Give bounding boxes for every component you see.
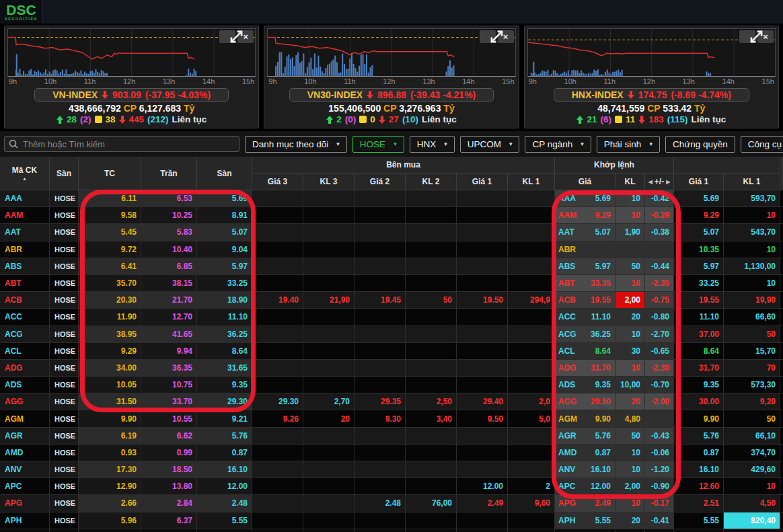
- floor-price-cell[interactable]: 36.25: [197, 326, 252, 343]
- ticker-cell[interactable]: ACC: [0, 309, 50, 326]
- col-header-gia3[interactable]: Giá 3: [252, 174, 303, 190]
- buy-price3-cell[interactable]: [252, 224, 303, 241]
- ref-price-cell[interactable]: 10.05: [79, 377, 141, 393]
- sell-vol1-cell[interactable]: 10: [724, 207, 780, 224]
- buy-vol3-cell[interactable]: [303, 224, 355, 241]
- buy-price1-cell[interactable]: [457, 207, 508, 224]
- match-change-cell[interactable]: -1.20: [645, 461, 674, 478]
- match-change-cell[interactable]: -2.00: [645, 393, 674, 410]
- exchange-cell[interactable]: HOSE: [50, 224, 79, 241]
- match-price-cell[interactable]: AAA5.69: [555, 190, 616, 207]
- buy-vol2-cell[interactable]: [406, 258, 457, 275]
- sell-price1-cell[interactable]: 37.00: [674, 326, 724, 343]
- ref-price-cell[interactable]: 6.11: [79, 190, 141, 207]
- sell-price1-cell[interactable]: 9.29: [674, 207, 724, 224]
- match-vol-cell[interactable]: 10: [616, 275, 645, 292]
- floor-price-cell[interactable]: 2.48: [197, 495, 252, 512]
- sell-vol1-cell[interactable]: 1,130,00: [724, 258, 780, 275]
- buy-vol3-cell[interactable]: [303, 478, 355, 495]
- sell-price1-cell[interactable]: 16.10: [674, 461, 724, 478]
- match-price-cell[interactable]: ABT33.35: [555, 275, 616, 292]
- ticker-cell[interactable]: AAM: [0, 207, 50, 224]
- buy-vol2-cell[interactable]: 50: [406, 292, 457, 309]
- floor-price-cell[interactable]: 5.55: [197, 512, 252, 529]
- match-price-cell[interactable]: APG2.49: [555, 495, 616, 512]
- buy-price1-cell[interactable]: [457, 445, 508, 461]
- buy-vol1-cell[interactable]: [508, 258, 555, 275]
- exchange-cell[interactable]: HOSE: [50, 241, 79, 258]
- buy-vol2-cell[interactable]: 76,00: [406, 495, 457, 512]
- buy-vol1-cell[interactable]: [508, 224, 555, 241]
- exchange-cell[interactable]: HOSE: [50, 343, 79, 360]
- match-vol-cell[interactable]: 10,00: [616, 377, 645, 393]
- ticker-cell[interactable]: AAA: [0, 190, 50, 207]
- buy-price3-cell[interactable]: [252, 512, 303, 529]
- ticker-cell[interactable]: ADS: [0, 377, 50, 393]
- match-change-cell[interactable]: -0.44: [645, 258, 674, 275]
- buy-price1-cell[interactable]: [457, 461, 508, 478]
- buy-vol2-cell[interactable]: [406, 445, 457, 461]
- sell-vol1-cell[interactable]: 374,70: [724, 445, 780, 461]
- buy-vol3-cell[interactable]: 21,90: [303, 292, 355, 309]
- buy-price3-cell[interactable]: [252, 207, 303, 224]
- col-header-change[interactable]: ◀ +/- ▶: [645, 174, 674, 190]
- sell-vol1-cell[interactable]: 593,70: [724, 190, 780, 207]
- sell-price1-cell[interactable]: 12.60: [674, 478, 724, 495]
- col-header-tc[interactable]: TC: [79, 157, 141, 190]
- filter-button-phai-sinh[interactable]: Phái sinh▾: [597, 136, 660, 153]
- col-header-kl1-buy[interactable]: KL 1: [508, 174, 555, 190]
- match-price-cell[interactable]: AAM9.29: [555, 207, 616, 224]
- ceiling-price-cell[interactable]: 5.83: [141, 224, 197, 241]
- exchange-cell[interactable]: HOSE: [50, 190, 79, 207]
- ref-price-cell[interactable]: 9.72: [79, 241, 141, 258]
- sell-vol1-cell[interactable]: 15,70: [724, 343, 780, 360]
- sell-vol1-cell[interactable]: 50: [724, 410, 780, 427]
- buy-vol2-cell[interactable]: [406, 360, 457, 377]
- buy-vol1-cell[interactable]: [508, 190, 555, 207]
- match-vol-cell[interactable]: 30: [616, 343, 645, 360]
- buy-vol3-cell[interactable]: [303, 343, 355, 360]
- match-price-cell[interactable]: APC12.00: [555, 478, 616, 495]
- buy-price2-cell[interactable]: [355, 190, 406, 207]
- exchange-cell[interactable]: HOSE: [50, 410, 79, 427]
- ceiling-price-cell[interactable]: 21.70: [141, 292, 197, 309]
- ceiling-price-cell[interactable]: 6.53: [141, 190, 197, 207]
- exchange-cell[interactable]: HOSE: [50, 360, 79, 377]
- ref-price-cell[interactable]: 35.70: [79, 275, 141, 292]
- scroll-left-icon[interactable]: ◀: [648, 179, 652, 185]
- buy-vol2-cell[interactable]: [406, 512, 457, 529]
- buy-vol1-cell[interactable]: [508, 241, 555, 258]
- match-vol-cell[interactable]: 10: [616, 207, 645, 224]
- match-vol-cell[interactable]: 2,00: [616, 478, 645, 495]
- ref-price-cell[interactable]: 12.90: [79, 478, 141, 495]
- match-change-cell[interactable]: -0.80: [645, 309, 674, 326]
- match-price-cell[interactable]: AGM9.90: [555, 410, 616, 427]
- buy-price1-cell[interactable]: 29.40: [457, 393, 508, 410]
- buy-vol1-cell[interactable]: [508, 461, 555, 478]
- ceiling-price-cell[interactable]: 2.84: [141, 495, 197, 512]
- col-header-san[interactable]: Sàn: [50, 157, 79, 190]
- buy-vol2-cell[interactable]: [406, 377, 457, 393]
- match-change-cell[interactable]: -0.43: [645, 428, 674, 445]
- buy-price3-cell[interactable]: 19.40: [252, 292, 303, 309]
- buy-vol2-cell[interactable]: [406, 309, 457, 326]
- buy-price2-cell[interactable]: [355, 343, 406, 360]
- ceiling-price-cell[interactable]: 33.70: [141, 393, 197, 410]
- ref-price-cell[interactable]: 2.66: [79, 495, 141, 512]
- buy-price1-cell[interactable]: 9.50: [457, 410, 508, 427]
- buy-vol2-cell[interactable]: [406, 428, 457, 445]
- buy-vol3-cell[interactable]: [303, 360, 355, 377]
- buy-vol1-cell[interactable]: 294,9: [508, 292, 555, 309]
- buy-vol3-cell[interactable]: [303, 377, 355, 393]
- floor-price-cell[interactable]: 12.00: [197, 478, 252, 495]
- buy-price2-cell[interactable]: [355, 309, 406, 326]
- buy-price3-cell[interactable]: [252, 258, 303, 275]
- match-change-cell[interactable]: -2.35: [645, 275, 674, 292]
- buy-price2-cell[interactable]: 29.35: [355, 393, 406, 410]
- buy-price1-cell[interactable]: 12.00: [457, 478, 508, 495]
- ref-price-cell[interactable]: 38.95: [79, 326, 141, 343]
- filter-button-cong-cu-phan-tich[interactable]: Công cụ phân tích▾: [741, 136, 783, 153]
- exchange-cell[interactable]: HOSE: [50, 207, 79, 224]
- sell-price1-cell[interactable]: 33.25: [674, 275, 724, 292]
- col-header-ma-ck[interactable]: Mã CK ▲: [0, 157, 50, 190]
